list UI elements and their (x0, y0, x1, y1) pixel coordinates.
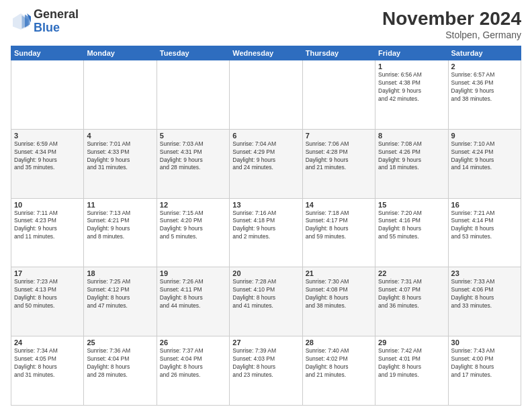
header: General Blue November 2024 Stolpen, Germ… (11, 8, 521, 40)
day-number-1-3: 6 (232, 132, 299, 140)
cell-2-2: 12Sunrise: 7:15 AM Sunset: 4:20 PM Dayli… (157, 198, 229, 267)
logo-icon (11, 11, 31, 32)
day-number-4-3: 27 (232, 338, 299, 347)
day-info-3-2: Sunrise: 7:26 AM Sunset: 4:11 PM Dayligh… (160, 278, 226, 310)
day-info-4-5: Sunrise: 7:42 AM Sunset: 4:01 PM Dayligh… (378, 347, 445, 379)
day-number-2-6: 16 (451, 201, 518, 209)
logo-blue: Blue (34, 21, 60, 34)
header-thursday: Thursday (302, 46, 375, 60)
day-number-3-5: 22 (378, 269, 445, 277)
cell-3-5: 22Sunrise: 7:31 AM Sunset: 4:07 PM Dayli… (375, 267, 448, 336)
week-row-1: 3Sunrise: 6:59 AM Sunset: 4:34 PM Daylig… (11, 129, 521, 198)
header-tuesday: Tuesday (157, 46, 229, 60)
day-number-3-3: 20 (232, 269, 299, 277)
day-number-4-0: 24 (14, 338, 81, 347)
day-number-2-3: 13 (232, 201, 299, 209)
header-sunday: Sunday (11, 46, 84, 60)
day-info-2-5: Sunrise: 7:20 AM Sunset: 4:16 PM Dayligh… (378, 210, 445, 242)
week-row-0: 1Sunrise: 6:56 AM Sunset: 4:38 PM Daylig… (11, 60, 521, 130)
cell-3-1: 18Sunrise: 7:25 AM Sunset: 4:12 PM Dayli… (84, 267, 157, 336)
cell-4-4: 28Sunrise: 7:40 AM Sunset: 4:02 PM Dayli… (302, 336, 375, 406)
day-number-3-0: 17 (14, 269, 81, 277)
day-number-3-1: 18 (87, 269, 153, 277)
day-info-3-4: Sunrise: 7:30 AM Sunset: 4:08 PM Dayligh… (306, 278, 372, 310)
cell-0-0 (11, 60, 84, 130)
cell-4-2: 26Sunrise: 7:37 AM Sunset: 4:04 PM Dayli… (157, 336, 229, 406)
day-info-1-1: Sunrise: 7:01 AM Sunset: 4:33 PM Dayligh… (87, 140, 153, 173)
day-info-3-0: Sunrise: 7:23 AM Sunset: 4:13 PM Dayligh… (14, 278, 81, 310)
day-number-1-5: 8 (378, 132, 445, 140)
cell-0-5: 1Sunrise: 6:56 AM Sunset: 4:38 PM Daylig… (375, 60, 448, 130)
cell-3-6: 23Sunrise: 7:33 AM Sunset: 4:06 PM Dayli… (448, 267, 521, 336)
cell-2-5: 15Sunrise: 7:20 AM Sunset: 4:16 PM Dayli… (375, 198, 448, 267)
day-info-0-6: Sunrise: 6:57 AM Sunset: 4:36 PM Dayligh… (451, 71, 518, 103)
day-number-4-2: 26 (160, 338, 226, 347)
cell-2-4: 14Sunrise: 7:18 AM Sunset: 4:17 PM Dayli… (302, 198, 375, 267)
cell-1-5: 8Sunrise: 7:08 AM Sunset: 4:26 PM Daylig… (375, 129, 448, 198)
day-info-2-1: Sunrise: 7:13 AM Sunset: 4:21 PM Dayligh… (87, 210, 153, 242)
month-title: November 2024 (382, 8, 521, 30)
cell-2-3: 13Sunrise: 7:16 AM Sunset: 4:18 PM Dayli… (230, 198, 302, 267)
day-info-3-3: Sunrise: 7:28 AM Sunset: 4:10 PM Dayligh… (232, 278, 299, 310)
week-row-3: 17Sunrise: 7:23 AM Sunset: 4:13 PM Dayli… (11, 267, 521, 336)
day-info-4-3: Sunrise: 7:39 AM Sunset: 4:03 PM Dayligh… (232, 347, 299, 379)
day-number-4-1: 25 (87, 338, 153, 347)
day-info-3-6: Sunrise: 7:33 AM Sunset: 4:06 PM Dayligh… (451, 278, 518, 310)
location-subtitle: Stolpen, Germany (382, 30, 521, 40)
day-info-2-4: Sunrise: 7:18 AM Sunset: 4:17 PM Dayligh… (306, 210, 372, 242)
day-number-1-1: 4 (87, 132, 153, 140)
cell-4-1: 25Sunrise: 7:36 AM Sunset: 4:04 PM Dayli… (84, 336, 157, 406)
day-number-1-4: 7 (306, 132, 372, 140)
day-number-2-0: 10 (14, 201, 81, 209)
title-block: November 2024 Stolpen, Germany (382, 8, 521, 40)
day-info-2-2: Sunrise: 7:15 AM Sunset: 4:20 PM Dayligh… (160, 210, 226, 242)
cell-4-0: 24Sunrise: 7:34 AM Sunset: 4:05 PM Dayli… (11, 336, 84, 406)
cell-3-2: 19Sunrise: 7:26 AM Sunset: 4:11 PM Dayli… (157, 267, 229, 336)
day-number-1-0: 3 (14, 132, 81, 140)
day-info-4-1: Sunrise: 7:36 AM Sunset: 4:04 PM Dayligh… (87, 347, 153, 379)
day-info-2-6: Sunrise: 7:21 AM Sunset: 4:14 PM Dayligh… (451, 210, 518, 242)
page: General Blue November 2024 Stolpen, Germ… (0, 0, 532, 411)
cell-3-3: 20Sunrise: 7:28 AM Sunset: 4:10 PM Dayli… (230, 267, 302, 336)
cell-3-0: 17Sunrise: 7:23 AM Sunset: 4:13 PM Dayli… (11, 267, 84, 336)
day-number-1-6: 9 (451, 132, 518, 140)
day-number-3-2: 19 (160, 269, 226, 277)
day-info-3-5: Sunrise: 7:31 AM Sunset: 4:07 PM Dayligh… (378, 278, 445, 310)
logo: General Blue (11, 8, 79, 35)
day-info-1-3: Sunrise: 7:04 AM Sunset: 4:29 PM Dayligh… (232, 140, 299, 173)
day-number-0-6: 2 (451, 62, 518, 71)
day-info-4-2: Sunrise: 7:37 AM Sunset: 4:04 PM Dayligh… (160, 347, 226, 379)
day-info-1-2: Sunrise: 7:03 AM Sunset: 4:31 PM Dayligh… (160, 140, 226, 173)
calendar-table: Sunday Monday Tuesday Wednesday Thursday… (11, 46, 521, 406)
cell-1-1: 4Sunrise: 7:01 AM Sunset: 4:33 PM Daylig… (84, 129, 157, 198)
header-saturday: Saturday (448, 46, 521, 60)
day-number-1-2: 5 (160, 132, 226, 140)
day-info-2-3: Sunrise: 7:16 AM Sunset: 4:18 PM Dayligh… (232, 210, 299, 242)
day-number-2-5: 15 (378, 201, 445, 209)
day-number-3-6: 23 (451, 269, 518, 277)
week-row-2: 10Sunrise: 7:11 AM Sunset: 4:23 PM Dayli… (11, 198, 521, 267)
cell-1-3: 6Sunrise: 7:04 AM Sunset: 4:29 PM Daylig… (230, 129, 302, 198)
day-info-1-4: Sunrise: 7:06 AM Sunset: 4:28 PM Dayligh… (306, 140, 372, 173)
header-monday: Monday (84, 46, 157, 60)
day-info-1-6: Sunrise: 7:10 AM Sunset: 4:24 PM Dayligh… (451, 140, 518, 173)
day-number-0-5: 1 (378, 62, 445, 71)
week-row-4: 24Sunrise: 7:34 AM Sunset: 4:05 PM Dayli… (11, 336, 521, 406)
cell-4-3: 27Sunrise: 7:39 AM Sunset: 4:03 PM Dayli… (230, 336, 302, 406)
cell-0-3 (230, 60, 302, 130)
cell-1-6: 9Sunrise: 7:10 AM Sunset: 4:24 PM Daylig… (448, 129, 521, 198)
logo-text: General Blue (34, 8, 79, 35)
day-number-2-1: 11 (87, 201, 153, 209)
day-number-2-2: 12 (160, 201, 226, 209)
cell-2-0: 10Sunrise: 7:11 AM Sunset: 4:23 PM Dayli… (11, 198, 84, 267)
cell-1-4: 7Sunrise: 7:06 AM Sunset: 4:28 PM Daylig… (302, 129, 375, 198)
day-info-2-0: Sunrise: 7:11 AM Sunset: 4:23 PM Dayligh… (14, 210, 81, 242)
day-number-4-6: 30 (451, 338, 518, 347)
day-number-4-5: 29 (378, 338, 445, 347)
day-info-3-1: Sunrise: 7:25 AM Sunset: 4:12 PM Dayligh… (87, 278, 153, 310)
day-number-3-4: 21 (306, 269, 372, 277)
cell-1-2: 5Sunrise: 7:03 AM Sunset: 4:31 PM Daylig… (157, 129, 229, 198)
day-info-4-6: Sunrise: 7:43 AM Sunset: 4:00 PM Dayligh… (451, 347, 518, 379)
header-friday: Friday (375, 46, 448, 60)
day-number-4-4: 28 (306, 338, 372, 347)
